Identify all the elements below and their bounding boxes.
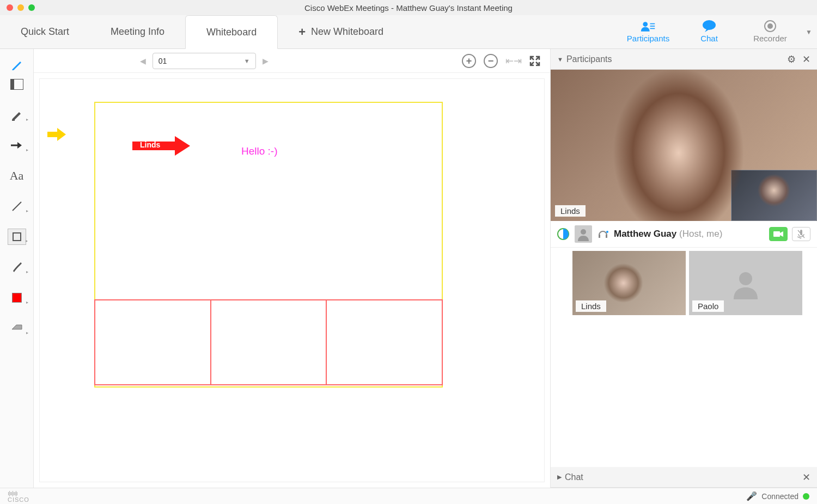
cisco-logo: ı|ıı|ıı|ı cisco	[8, 490, 29, 503]
highlighter-tool[interactable]: ▸	[8, 107, 26, 123]
line-tool[interactable]: ▸	[8, 198, 26, 214]
pen-tool[interactable]	[8, 57, 26, 73]
participant-thumb[interactable]: Linds	[572, 251, 686, 315]
panel-button-label: Chat	[700, 34, 718, 43]
gear-icon[interactable]: ⚙	[787, 53, 796, 65]
panel-title: Chat	[565, 472, 583, 482]
participant-thumb[interactable]: Paolo	[689, 251, 802, 315]
svg-point-6	[767, 23, 773, 29]
avatar-icon	[575, 225, 592, 243]
svg-rect-3	[650, 28, 655, 29]
eraser-tool[interactable]: ▸	[8, 320, 26, 336]
whiteboard-toolbar: ◀ 01 ▼ ▶ + − ⇤⇥	[34, 49, 550, 73]
page-number: 01	[158, 57, 167, 65]
text-tool[interactable]: Aa	[8, 168, 26, 184]
tab-new-whiteboard[interactable]: +New Whiteboard	[278, 15, 404, 48]
svg-point-12	[581, 229, 586, 235]
panel-dropdown-icon[interactable]: ▼	[801, 28, 817, 36]
mic-status-icon[interactable]: 🎤	[746, 491, 757, 501]
zoom-in-icon[interactable]: +	[462, 54, 476, 68]
thumb-name: Paolo	[692, 300, 724, 312]
chat-header[interactable]: ▶ Chat ✕	[551, 467, 817, 488]
svg-rect-14	[606, 235, 607, 238]
tab-label: Meeting Info	[111, 26, 164, 38]
canvas-text: Hello :-)	[241, 145, 278, 157]
status-bar: ı|ıı|ıı|ı cisco 🎤 Connected	[0, 488, 817, 504]
camera-button[interactable]	[769, 227, 788, 241]
thumb-name: Linds	[576, 300, 606, 312]
video-name-chip: Linds	[555, 205, 586, 217]
webex-ball-icon	[557, 228, 569, 240]
layout-tool[interactable]	[8, 76, 26, 93]
window-title: Cisco WebEx Meetings - Matthew Guay's In…	[0, 3, 817, 13]
host-row[interactable]: Matthew Guay (Host, me)	[551, 221, 817, 248]
color-picker[interactable]: ▸	[8, 290, 26, 306]
connection-status: Connected	[761, 492, 798, 501]
svg-rect-13	[599, 235, 600, 238]
close-icon[interactable]: ✕	[802, 53, 810, 65]
plus-icon: +	[298, 25, 306, 39]
fullscreen-icon[interactable]	[529, 56, 540, 66]
panel-button-label: Participants	[627, 34, 669, 43]
tab-bar: Quick Start Meeting Info Whiteboard +New…	[0, 15, 817, 49]
panel-buttons: Participants Chat Recorder ▼	[618, 15, 817, 48]
close-icon[interactable]: ✕	[802, 471, 810, 483]
svg-point-15	[606, 231, 608, 233]
prev-page-icon[interactable]: ◀	[137, 57, 149, 65]
participants-panel-button[interactable]: Participants	[618, 21, 679, 43]
svg-line-9	[13, 202, 21, 211]
svg-rect-2	[650, 26, 655, 27]
svg-rect-8	[10, 79, 14, 90]
fit-width-icon[interactable]: ⇤⇥	[505, 55, 522, 67]
side-panels: ▼ Participants ⚙ ✕ Linds Matthew Guay (H…	[550, 49, 817, 488]
participants-icon	[641, 21, 656, 32]
canvas-arrow-yellow	[47, 128, 66, 141]
recorder-panel-button[interactable]: Recorder	[740, 21, 801, 43]
tab-label: New Whiteboard	[311, 26, 383, 38]
tab-label: Quick Start	[21, 26, 69, 38]
page-selector[interactable]: 01 ▼	[153, 53, 256, 69]
tab-label: Whiteboard	[206, 27, 257, 38]
tab-meeting-info[interactable]: Meeting Info	[90, 15, 185, 48]
arrow-label: Linds	[140, 140, 160, 149]
self-view-pip[interactable]	[731, 170, 817, 221]
video-area: Linds	[551, 70, 817, 221]
shape-tool[interactable]: ▸	[8, 229, 26, 245]
chat-icon	[702, 21, 717, 32]
brush-tool[interactable]: ▸	[8, 259, 26, 275]
panel-button-label: Recorder	[753, 34, 787, 43]
panel-title: Participants	[566, 54, 612, 64]
avatar-placeholder-icon	[729, 267, 762, 299]
svg-point-20	[739, 272, 752, 285]
zoom-out-icon[interactable]: −	[484, 54, 498, 68]
whiteboard-canvas[interactable]: Linds Hello :-)	[39, 78, 545, 482]
pointer-tool[interactable]: ▸	[8, 137, 26, 153]
tab-whiteboard[interactable]: Whiteboard	[185, 15, 278, 49]
headset-icon	[597, 229, 608, 239]
chat-panel-button[interactable]: Chat	[679, 21, 740, 43]
host-name: Matthew Guay (Host, me)	[614, 229, 722, 239]
svg-point-4	[703, 20, 716, 30]
mute-button[interactable]	[792, 227, 810, 241]
svg-rect-10	[13, 233, 21, 241]
whiteboard-area: ◀ 01 ▼ ▶ + − ⇤⇥ Linds	[34, 49, 550, 488]
participant-thumbnails: Linds Paolo	[551, 248, 817, 318]
svg-rect-16	[773, 231, 780, 237]
tab-quick-start[interactable]: Quick Start	[0, 15, 90, 48]
next-page-icon[interactable]: ▶	[259, 57, 272, 65]
collapse-icon: ▼	[557, 56, 563, 63]
expand-icon: ▶	[557, 474, 562, 481]
participants-header[interactable]: ▼ Participants ⚙ ✕	[551, 49, 817, 70]
svg-point-0	[643, 22, 648, 27]
whiteboard-tool-palette: ▸ ▸ Aa ▸ ▸ ▸ ▸ ▸	[0, 49, 34, 488]
title-bar: Cisco WebEx Meetings - Matthew Guay's In…	[0, 0, 817, 15]
chevron-down-icon: ▼	[244, 58, 250, 64]
status-ok-icon	[803, 493, 809, 500]
main-video[interactable]: Linds	[551, 70, 817, 221]
svg-rect-1	[650, 23, 655, 24]
canvas-table-red	[94, 299, 443, 385]
recorder-icon	[763, 21, 778, 32]
